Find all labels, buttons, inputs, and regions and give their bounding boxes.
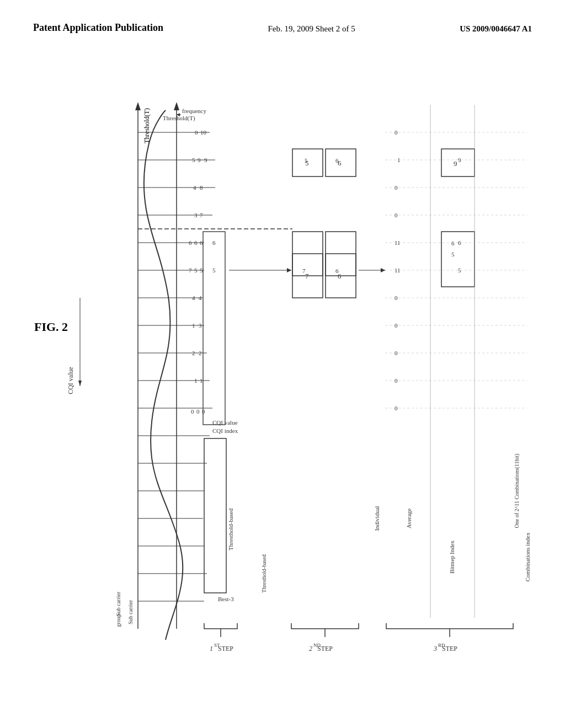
- svg-text:5: 5: [200, 267, 203, 274]
- svg-text:7: 7: [189, 267, 192, 274]
- svg-text:7: 7: [200, 212, 203, 218]
- svg-text:0: 0: [202, 408, 205, 415]
- svg-rect-61: [204, 438, 226, 593]
- svg-text:Thresthold-based: Thresthold-based: [227, 508, 234, 550]
- svg-text:6: 6: [189, 239, 192, 246]
- svg-text:1: 1: [192, 322, 195, 329]
- svg-text:3: 3: [199, 322, 202, 329]
- svg-rect-65: [203, 232, 225, 425]
- svg-text:Sub carrier: Sub carrier: [115, 591, 121, 616]
- svg-text:9: 9: [198, 157, 201, 163]
- svg-text:5: 5: [305, 159, 309, 167]
- svg-text:6: 6: [194, 239, 198, 246]
- svg-text:Sub carrier: Sub carrier: [127, 599, 134, 624]
- svg-text:9: 9: [454, 159, 457, 168]
- svg-text:CQI value: CQI value: [67, 367, 74, 394]
- svg-text:4: 4: [192, 295, 195, 301]
- svg-text:STEP: STEP: [442, 645, 457, 652]
- svg-text:STEP: STEP: [317, 645, 333, 652]
- svg-text:5: 5: [212, 267, 216, 274]
- svg-text:1: 1: [200, 377, 203, 384]
- svg-text:6: 6: [338, 159, 342, 167]
- svg-text:6: 6: [451, 240, 455, 247]
- svg-text:STEP: STEP: [218, 645, 233, 652]
- svg-text:3: 3: [194, 212, 198, 218]
- svg-text:Thresthold-based: Thresthold-based: [261, 554, 267, 592]
- svg-text:Bitmep Index: Bitmep Index: [449, 540, 455, 574]
- svg-text:5: 5: [192, 157, 195, 163]
- svg-text:0: 0: [191, 408, 194, 415]
- svg-text:6: 6: [338, 272, 342, 280]
- svg-text:5: 5: [451, 251, 455, 258]
- publication-date: Feb. 19, 2009 Sheet 2 of 5: [268, 24, 355, 34]
- svg-text:4: 4: [199, 295, 202, 301]
- svg-text:Average: Average: [406, 508, 412, 529]
- svg-text:8: 8: [200, 184, 203, 191]
- publication-title: Patent Application Publication: [33, 22, 163, 34]
- svg-text:2: 2: [192, 350, 195, 356]
- svg-text:Threshold(T): Threshold(T): [143, 108, 151, 143]
- svg-text:4: 4: [193, 184, 196, 191]
- page-header: Patent Application Publication Feb. 19, …: [0, 0, 565, 34]
- svg-text:1: 1: [210, 645, 213, 652]
- svg-text:5: 5: [194, 267, 198, 274]
- svg-text:9: 9: [204, 157, 207, 163]
- svg-text:6: 6: [200, 239, 203, 246]
- svg-marker-29: [78, 381, 82, 386]
- svg-text:CQI index: CQI index: [212, 427, 238, 434]
- svg-text:0: 0: [196, 408, 200, 415]
- svg-text:6: 6: [212, 239, 216, 246]
- svg-text:0: 0: [195, 129, 198, 136]
- svg-marker-136: [381, 268, 385, 272]
- figure-diagram: Threshold(T) Threshold(T) frequency CQI …: [55, 77, 530, 684]
- svg-text:One of 2^11 Combinations(11bit: One of 2^11 Combinations(11bit): [514, 454, 520, 528]
- svg-text:Best-3: Best-3: [218, 596, 234, 602]
- svg-text:group: group: [115, 614, 121, 627]
- svg-text:Combinations index: Combinations index: [524, 532, 530, 581]
- svg-text:7: 7: [305, 272, 309, 280]
- svg-text:2: 2: [199, 350, 202, 356]
- svg-text:2: 2: [309, 645, 312, 652]
- publication-number: US 2009/0046647 A1: [460, 24, 532, 34]
- svg-marker-21: [174, 102, 179, 110]
- svg-text:1: 1: [194, 377, 198, 384]
- svg-marker-19: [135, 102, 141, 110]
- svg-text:3: 3: [433, 645, 437, 652]
- svg-marker-134: [287, 268, 291, 272]
- diagram-svg: Threshold(T) Threshold(T) frequency CQI …: [55, 77, 530, 684]
- svg-text:10: 10: [200, 129, 207, 136]
- svg-text:Individual: Individual: [374, 506, 380, 531]
- svg-text:frequency: frequency: [182, 108, 206, 114]
